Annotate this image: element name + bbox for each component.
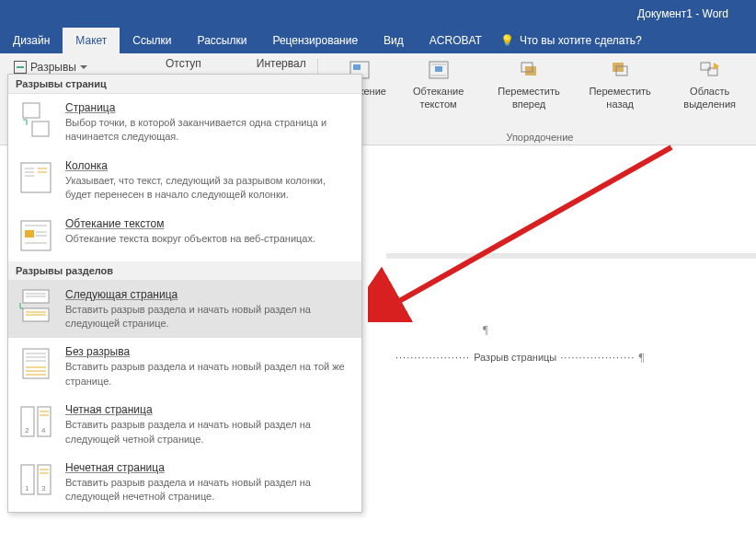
chevron-down-icon: [80, 65, 87, 69]
break-column-icon: [17, 159, 54, 196]
break-odd-page[interactable]: 13 Нечетная страница Вставить разрыв раз…: [8, 454, 361, 512]
svg-rect-8: [613, 63, 624, 72]
svg-rect-21: [25, 230, 34, 238]
item-desc: Вставить разрыв раздела и начать новый р…: [65, 360, 352, 388]
item-desc: Обтекание текста вокруг объектов на веб-…: [65, 232, 352, 246]
item-title: Нечетная страница: [65, 461, 352, 474]
svg-text:4: 4: [41, 426, 46, 435]
tab-mailings[interactable]: Рассылки: [185, 28, 260, 53]
arrange-group-label: Упорядочение: [324, 132, 756, 145]
page-break-marker: ···················· Разрыв страницы ···…: [395, 350, 644, 365]
lightbulb-icon: 💡: [500, 34, 514, 47]
bring-forward-button[interactable]: Переместить вперед: [485, 59, 573, 126]
break-continuous-icon: [17, 345, 54, 382]
break-continuous[interactable]: Без разрыва Вставить разрыв раздела и на…: [8, 338, 361, 396]
break-text-wrapping[interactable]: Обтекание текстом Обтекание текста вокру…: [8, 210, 361, 261]
svg-text:2: 2: [25, 426, 29, 435]
title-bar: Документ1 - Word: [0, 0, 756, 28]
item-desc: Выбор точки, в которой заканчивается одн…: [65, 116, 352, 145]
item-title: Без разрыва: [65, 345, 352, 358]
tab-layout[interactable]: Макет: [63, 28, 120, 53]
item-desc: Вставить разрыв раздела и начать новый р…: [65, 303, 352, 331]
break-next-page-icon: [17, 288, 54, 325]
break-next-page[interactable]: Следующая страница Вставить разрыв разде…: [8, 281, 361, 339]
svg-rect-12: [23, 103, 40, 118]
svg-text:1: 1: [25, 484, 29, 492]
item-desc: Указывает, что текст, следующий за разры…: [65, 174, 352, 203]
breaks-icon: [14, 61, 27, 74]
item-title: Колонка: [65, 159, 352, 172]
send-backward-button[interactable]: Переместить назад: [578, 59, 661, 126]
svg-text:3: 3: [41, 484, 46, 492]
break-text-wrapping-icon: [17, 217, 54, 254]
section-header-page-breaks: Разрывы страниц: [8, 75, 361, 94]
tab-review[interactable]: Рецензирование: [259, 28, 371, 53]
break-page[interactable]: Страница Выбор точки, в которой заканчив…: [8, 94, 361, 152]
tab-acrobat[interactable]: ACROBAT: [417, 28, 495, 53]
svg-rect-3: [435, 66, 442, 72]
interval-label: Интервал: [257, 57, 312, 70]
break-page-icon: [17, 101, 54, 138]
breaks-dropdown: Разрывы страниц Страница Выбор точки, в …: [7, 74, 362, 513]
wrap-text-button[interactable]: Обтекание текстом: [397, 59, 479, 126]
svg-rect-13: [32, 122, 49, 136]
item-title: Обтекание текстом: [65, 217, 352, 230]
selection-pane-icon: [697, 59, 723, 81]
window-title: Документ1 - Word: [637, 7, 728, 20]
svg-rect-6: [525, 66, 536, 75]
ribbon-tabs: Дизайн Макет Ссылки Рассылки Рецензирова…: [0, 28, 756, 53]
pilcrow: ¶: [483, 322, 488, 337]
item-desc: Вставить разрыв раздела и начать новый р…: [65, 418, 352, 446]
tab-design[interactable]: Дизайн: [0, 28, 63, 53]
tell-me[interactable]: 💡 Что вы хотите сделать?: [500, 28, 642, 53]
tab-links[interactable]: Ссылки: [120, 28, 184, 53]
break-column[interactable]: Колонка Указывает, что текст, следующий …: [8, 152, 361, 210]
tab-view[interactable]: Вид: [371, 28, 417, 53]
section-header-section-breaks: Разрывы разделов: [8, 261, 361, 281]
item-title: Четная страница: [65, 403, 352, 416]
break-even-page[interactable]: 24 Четная страница Вставить разрыв разде…: [8, 396, 361, 454]
document-area[interactable]: ¶ ···················· Разрыв страницы ·…: [386, 230, 756, 533]
break-even-page-icon: 24: [17, 403, 54, 440]
item-title: Следующая страница: [65, 288, 352, 301]
item-title: Страница: [65, 101, 352, 114]
svg-rect-1: [353, 64, 361, 70]
item-desc: Вставить разрыв раздела и начать новый р…: [65, 476, 352, 504]
svg-rect-14: [21, 163, 51, 192]
send-backward-icon: [607, 59, 633, 81]
indent-label: Отступ: [166, 57, 201, 70]
bring-forward-icon: [516, 59, 542, 81]
break-odd-page-icon: 13: [17, 461, 54, 498]
wrap-text-icon: [426, 59, 452, 81]
selection-pane-button[interactable]: Область выделения: [667, 59, 752, 126]
page-edge: [386, 258, 756, 278]
